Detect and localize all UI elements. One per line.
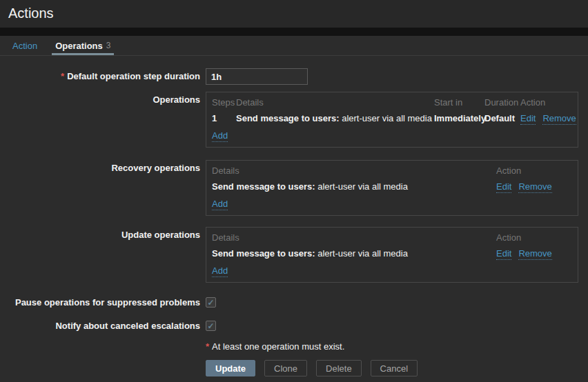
required-asterisk: * <box>206 341 209 352</box>
op-duration: Default <box>484 110 520 126</box>
row-recovery-operations: Recovery operations Details Action Send … <box>0 160 588 216</box>
col-duration: Duration <box>484 94 520 110</box>
update-details: Send message to users: alert-user via al… <box>212 245 496 261</box>
step-duration-label: *Default operation step duration <box>0 68 200 81</box>
check-icon: ✓ <box>207 299 214 307</box>
recovery-details: Send message to users: alert-user via al… <box>212 179 496 194</box>
form-footer: *At least one operation must exist. Upda… <box>206 342 588 376</box>
tab-operations[interactable]: Operations 3 <box>52 36 114 55</box>
footer-buttons: Update Clone Delete Cancel <box>206 360 588 376</box>
op-start-in: Immediately <box>434 110 484 126</box>
page-title: Actions <box>8 6 580 21</box>
operations-form: *Default operation step duration Operati… <box>0 56 588 376</box>
operations-table: Steps Details Start in Duration Action 1… <box>206 92 578 148</box>
update-header-row: Details Action <box>212 230 572 245</box>
recovery-remove-link[interactable]: Remove <box>518 181 551 193</box>
row-notify-escalations: Notify about canceled escalations ✓ <box>0 321 588 331</box>
recovery-header-row: Details Action <box>212 163 572 179</box>
tab-operations-label: Operations <box>55 41 103 51</box>
tab-bar: Action Operations 3 <box>0 36 588 56</box>
col-start-in: Start in <box>434 94 484 110</box>
notify-escalations-label: Notify about canceled escalations <box>0 321 200 331</box>
update-operations-label: Update operations <box>0 227 200 240</box>
col-details: Details <box>212 230 496 245</box>
row-operations: Operations Steps Details Start in Durati… <box>0 92 588 148</box>
update-actions: EditRemove <box>496 245 572 261</box>
step-duration-input[interactable] <box>206 68 308 85</box>
col-action: Action <box>496 163 572 179</box>
op-step-number: 1 <box>212 110 236 126</box>
col-details: Details <box>212 163 496 179</box>
op-details: Send message to users: alert-user via al… <box>236 110 434 126</box>
operations-edit-link[interactable]: Edit <box>520 113 536 125</box>
row-update-operations: Update operations Details Action Send me… <box>0 227 588 283</box>
pause-operations-label: Pause operations for suppressed problems <box>0 298 200 308</box>
operations-add-link[interactable]: Add <box>212 130 228 142</box>
operations-label: Operations <box>0 92 200 105</box>
tab-action-label: Action <box>12 41 37 51</box>
row-step-duration: *Default operation step duration <box>0 68 588 85</box>
tab-operations-count: 3 <box>106 41 111 50</box>
recovery-operations-table: Details Action Send message to users: al… <box>206 160 578 216</box>
notify-escalations-checkbox[interactable]: ✓ <box>206 321 216 331</box>
operations-row: 1 Send message to users: alert-user via … <box>212 110 572 126</box>
recovery-add-link[interactable]: Add <box>212 199 228 210</box>
update-row: Send message to users: alert-user via al… <box>212 245 572 261</box>
page-header: Actions <box>0 0 588 28</box>
header-separator <box>0 28 588 36</box>
recovery-row: Send message to users: alert-user via al… <box>212 179 572 194</box>
row-pause-operations: Pause operations for suppressed problems… <box>0 297 588 308</box>
operations-header-row: Steps Details Start in Duration Action <box>212 94 572 110</box>
check-icon: ✓ <box>207 322 214 330</box>
update-remove-link[interactable]: Remove <box>518 248 551 260</box>
col-action: Action <box>496 230 572 245</box>
update-add-link[interactable]: Add <box>212 265 228 277</box>
update-edit-link[interactable]: Edit <box>496 248 511 260</box>
recovery-actions: EditRemove <box>496 179 572 194</box>
col-details: Details <box>236 94 434 110</box>
recovery-operations-label: Recovery operations <box>0 160 200 173</box>
required-asterisk: * <box>61 71 64 81</box>
operations-remove-link[interactable]: Remove <box>542 113 576 125</box>
col-action: Action <box>520 94 572 110</box>
recovery-edit-link[interactable]: Edit <box>496 181 511 193</box>
clone-button[interactable]: Clone <box>264 360 307 376</box>
op-actions: EditRemove <box>520 110 583 126</box>
cancel-button[interactable]: Cancel <box>371 360 418 376</box>
update-button[interactable]: Update <box>206 360 255 376</box>
pause-operations-checkbox[interactable]: ✓ <box>206 297 216 308</box>
tab-action[interactable]: Action <box>9 36 41 55</box>
footer-required-message: *At least one operation must exist. <box>206 342 588 352</box>
col-steps: Steps <box>212 94 236 110</box>
update-operations-table: Details Action Send message to users: al… <box>206 227 578 283</box>
delete-button[interactable]: Delete <box>316 360 362 376</box>
